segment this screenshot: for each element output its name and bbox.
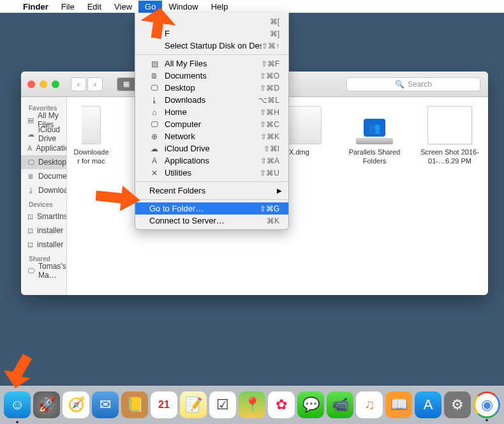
sidebar-item-icloud-drive[interactable]: ☁iCloud Drive bbox=[21, 127, 66, 141]
menu-computer[interactable]: 🖵Computer⇧⌘C bbox=[135, 118, 288, 130]
svg-marker-0 bbox=[140, 8, 178, 40]
menu-recent-folders[interactable]: Recent Folders▶ bbox=[135, 185, 288, 197]
dock-mail[interactable]: ✉ bbox=[92, 391, 119, 418]
file-item[interactable]: Downloader for mac bbox=[73, 106, 109, 166]
menu-all-my-files[interactable]: ▤All My Files⇧⌘F bbox=[135, 57, 288, 70]
menu-downloads[interactable]: ⭳Downloads⌥⌘L bbox=[135, 94, 288, 106]
dock-app-icon: ☺ bbox=[10, 397, 24, 413]
file-label: Downloader for mac bbox=[73, 148, 109, 166]
sidebar-item-icon: 🖵 bbox=[27, 267, 34, 275]
menu-item-icon: ⭳ bbox=[149, 96, 159, 105]
dock-app-icon: 💬 bbox=[302, 397, 320, 413]
menu-separator bbox=[135, 181, 288, 182]
dock-app-icon: A bbox=[424, 397, 433, 413]
menu-item-icon: ✕ bbox=[149, 169, 159, 178]
search-field[interactable]: 🔍 Search bbox=[346, 77, 480, 91]
menubar-file[interactable]: File bbox=[55, 1, 81, 13]
dock-app-icon: 21 bbox=[158, 399, 170, 411]
menu-go-to-folder[interactable]: Go to Folder…⇧⌘G bbox=[135, 202, 288, 215]
sidebar-item-label: installer bbox=[37, 240, 63, 249]
sidebar-item-installer[interactable]: ⊡installer⏏ bbox=[21, 223, 66, 238]
sidebar-item-label: iCloud Drive bbox=[38, 125, 60, 143]
menu-home[interactable]: ⌂Home⇧⌘H bbox=[135, 106, 288, 118]
dock-messages[interactable]: 💬 bbox=[297, 391, 324, 418]
annotation-arrow-icon bbox=[96, 185, 140, 217]
menu-icloud-drive[interactable]: ☁iCloud Drive⇧⌘I bbox=[135, 142, 288, 155]
sidebar-item-icon: ⊡ bbox=[27, 241, 33, 249]
dock-finder[interactable]: ☺ bbox=[4, 391, 31, 418]
sidebar-item-documents[interactable]: 🗎Documents bbox=[21, 169, 66, 183]
menu-item-icon: ⌂ bbox=[149, 108, 159, 117]
file-item[interactable]: 👥Parallels Shared Folders bbox=[343, 106, 406, 166]
sidebar-item-downloads[interactable]: ⭳Downloads bbox=[21, 183, 66, 197]
menu-desktop[interactable]: 🖵Desktop⇧⌘D bbox=[135, 82, 288, 94]
zoom-button[interactable] bbox=[52, 80, 59, 88]
dock-ibooks[interactable]: 📖 bbox=[385, 391, 412, 418]
dock-safari[interactable]: 🧭 bbox=[63, 391, 89, 418]
dock-calendar[interactable]: 21 bbox=[151, 391, 177, 418]
dock-chrome[interactable]: ◉ bbox=[473, 391, 500, 418]
file-label: Parallels Shared Folders bbox=[343, 148, 406, 166]
nav-forward-button[interactable]: › bbox=[87, 77, 103, 91]
menu-documents[interactable]: 🗎Documents⇧⌘O bbox=[135, 70, 288, 82]
file-item[interactable]: Screen Shot 2016-01-…6.29 PM bbox=[418, 106, 482, 166]
traffic-lights bbox=[27, 80, 59, 88]
sidebar-item-tomas-s-ma-[interactable]: 🖵Tomas's Ma… bbox=[21, 264, 66, 278]
close-button[interactable] bbox=[27, 80, 35, 88]
sidebar-item-icon: 🗎 bbox=[27, 172, 34, 180]
dock-app-icon: 📍 bbox=[244, 397, 261, 413]
dock-launchpad[interactable]: 🚀 bbox=[33, 391, 60, 418]
menu-item-icon: A bbox=[149, 156, 159, 165]
finder-sidebar: Favorites ▤All My Files☁iCloud DriveAApp… bbox=[21, 97, 67, 295]
dock-app-icon: 📖 bbox=[390, 397, 408, 413]
dock-app-icon: ◉ bbox=[481, 397, 493, 413]
nav-back-button[interactable]: ‹ bbox=[71, 77, 86, 91]
dock-photos[interactable]: ✿ bbox=[268, 391, 295, 418]
running-indicator bbox=[485, 419, 488, 421]
sidebar-item-icon: ▤ bbox=[27, 116, 34, 125]
dock-preferences[interactable]: ⚙ bbox=[444, 391, 471, 418]
menubar-help[interactable]: Help bbox=[205, 1, 235, 13]
dock-app-icon: 📝 bbox=[185, 397, 202, 413]
dock-app-icon: 🧭 bbox=[68, 397, 85, 413]
minimize-button[interactable] bbox=[40, 80, 47, 88]
dock-app-icon: 🚀 bbox=[38, 397, 56, 413]
dock-notes[interactable]: 📝 bbox=[180, 391, 207, 418]
dock-reminders[interactable]: ☑ bbox=[209, 391, 236, 418]
sidebar-item-icon: 🖵 bbox=[27, 158, 34, 166]
sidebar-item-icon: A bbox=[27, 144, 32, 152]
dock-maps[interactable]: 📍 bbox=[239, 391, 265, 418]
dock-itunes[interactable]: ♫ bbox=[356, 391, 383, 418]
menu-item-icon: 🖵 bbox=[149, 84, 159, 93]
sidebar-item-label: Documents bbox=[38, 172, 67, 181]
dock-app-icon: 📹 bbox=[332, 397, 349, 413]
sidebar-item-label: installer bbox=[37, 226, 63, 235]
dock-contacts[interactable]: 📒 bbox=[121, 391, 148, 418]
menu-utilities[interactable]: ✕Utilities⇧⌘U bbox=[135, 167, 288, 179]
annotation-arrow-icon bbox=[140, 8, 179, 40]
menu-startup-disk[interactable]: Select Startup Disk on Desktop⇧⌘↑ bbox=[135, 40, 288, 52]
menubar-edit[interactable]: Edit bbox=[81, 1, 108, 13]
sidebar-item-label: SmartInst… bbox=[37, 212, 67, 221]
sidebar-item-installer[interactable]: ⊡installer⏏ bbox=[21, 238, 66, 252]
sidebar-item-desktop[interactable]: 🖵Desktop bbox=[21, 155, 66, 169]
dock-appstore[interactable]: A bbox=[415, 391, 441, 418]
sidebar-item-label: Tomas's Ma… bbox=[38, 262, 66, 280]
view-icons-button[interactable]: ▦ bbox=[117, 77, 136, 91]
file-thumb-icon bbox=[82, 106, 101, 144]
svg-marker-2 bbox=[4, 354, 32, 388]
sidebar-item-applications[interactable]: AApplications bbox=[21, 141, 66, 155]
dock-facetime[interactable]: 📹 bbox=[327, 391, 353, 418]
sidebar-item-icon: ⊡ bbox=[27, 213, 33, 221]
sidebar-item-smartinst-[interactable]: ⊡SmartInst…⏏ bbox=[21, 209, 66, 223]
menu-item-icon: 🗎 bbox=[149, 72, 159, 80]
menubar-app[interactable]: Finder bbox=[17, 1, 55, 13]
sidebar-item-label: Applications bbox=[36, 144, 67, 153]
menu-connect-to-server[interactable]: Connect to Server…⌘K bbox=[135, 215, 288, 227]
menu-item-icon: ▤ bbox=[149, 59, 159, 68]
menu-applications[interactable]: AApplications⇧⌘A bbox=[135, 155, 288, 167]
menubar-view[interactable]: View bbox=[108, 1, 138, 13]
dock-app-icon: ✿ bbox=[276, 397, 287, 413]
menu-network[interactable]: ⊕Network⇧⌘K bbox=[135, 130, 288, 142]
file-thumb-icon: 👥 bbox=[352, 106, 397, 144]
